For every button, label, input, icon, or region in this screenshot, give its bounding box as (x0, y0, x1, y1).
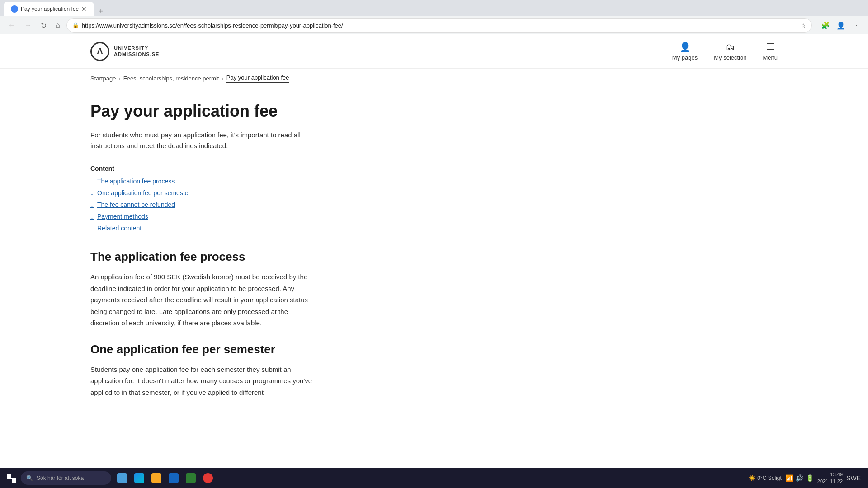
arrow-down-icon-3: ↓ (90, 201, 94, 208)
toc-link-one-fee-label: One application fee per semester (97, 189, 190, 197)
toc-link-fee-process-label: The application fee process (97, 178, 175, 185)
section-text-fee-process: An application fee of 900 SEK (Swedish k… (90, 271, 316, 329)
breadcrumb: Startpage › Fees, scholarships, residenc… (0, 69, 868, 88)
star-icon[interactable]: ☆ (801, 22, 806, 29)
lock-icon: 🔒 (72, 22, 79, 28)
table-of-contents: ↓ The application fee process ↓ One appl… (90, 178, 316, 232)
page-title: Pay your application fee (90, 102, 316, 121)
toc-link-related-content-label: Related content (97, 225, 142, 232)
header-nav: 👤 My pages 🗂 My selection ☰ Menu (672, 42, 778, 61)
tab-favicon (11, 5, 18, 13)
page-wrapper: A UNIVERSITY ADMISSIONS.SE 👤 My pages 🗂 … (0, 34, 868, 441)
content-label: Content (90, 165, 316, 172)
toc-link-no-refund[interactable]: ↓ The fee cannot be refunded (90, 201, 316, 208)
toc-link-no-refund-label: The fee cannot be refunded (97, 201, 175, 208)
toc-link-one-fee[interactable]: ↓ One application fee per semester (90, 189, 316, 197)
reload-button[interactable]: ↻ (38, 19, 49, 32)
section-heading-one-fee: One application fee per semester (90, 343, 316, 357)
menu-icon: ☰ (766, 42, 774, 52)
browser-actions: 🧩 👤 ⋮ (819, 19, 863, 32)
my-pages-label: My pages (672, 54, 698, 61)
breadcrumb-startpage[interactable]: Startpage (90, 75, 116, 82)
breadcrumb-sep-1: › (118, 75, 120, 82)
extensions-button[interactable]: 🧩 (819, 19, 832, 32)
breadcrumb-fees[interactable]: Fees, scholarships, residence permit (123, 75, 219, 82)
logo-text: UNIVERSITY ADMISSIONS.SE (114, 45, 159, 57)
toc-link-payment-methods[interactable]: ↓ Payment methods (90, 213, 316, 220)
arrow-down-icon-4: ↓ (90, 213, 94, 220)
new-tab-button[interactable]: + (96, 7, 106, 16)
toc-link-payment-methods-label: Payment methods (97, 213, 148, 220)
menu-nav[interactable]: ☰ Menu (763, 42, 778, 61)
tab-bar: Pay your application fee ✕ + (0, 0, 868, 16)
logo-area[interactable]: A UNIVERSITY ADMISSIONS.SE (90, 42, 159, 61)
arrow-down-icon-2: ↓ (90, 189, 94, 197)
toc-link-related-content[interactable]: ↓ Related content (90, 225, 316, 232)
my-pages-nav[interactable]: 👤 My pages (672, 42, 698, 61)
home-button[interactable]: ⌂ (53, 19, 63, 31)
my-selection-nav[interactable]: 🗂 My selection (714, 42, 746, 61)
logo-icon: A (90, 42, 109, 61)
my-selection-icon: 🗂 (726, 42, 735, 52)
section-text-one-fee: Students pay one application fee for eac… (90, 364, 316, 399)
active-tab[interactable]: Pay your application fee ✕ (4, 2, 94, 16)
forward-button[interactable]: → (22, 19, 34, 31)
address-bar-row: ← → ↻ ⌂ 🔒 https://www.universityadmissio… (0, 16, 868, 34)
section-heading-fee-process: The application fee process (90, 250, 316, 264)
breadcrumb-current: Pay your application fee (226, 74, 289, 83)
back-button[interactable]: ← (5, 19, 18, 31)
breadcrumb-sep-2: › (222, 75, 223, 82)
url-text: https://www.universityadmissions.se/en/f… (82, 22, 798, 29)
tab-title: Pay your application fee (21, 6, 79, 12)
profile-button[interactable]: 👤 (835, 19, 847, 32)
tab-close-button[interactable]: ✕ (81, 5, 87, 13)
page-intro: For students who must pay an application… (90, 130, 316, 151)
arrow-down-icon-5: ↓ (90, 225, 94, 232)
my-pages-icon: 👤 (679, 42, 691, 52)
main-content: Pay your application fee For students wh… (0, 88, 407, 425)
more-button[interactable]: ⋮ (850, 19, 863, 32)
menu-label: Menu (763, 54, 778, 61)
my-selection-label: My selection (714, 54, 746, 61)
toc-link-fee-process[interactable]: ↓ The application fee process (90, 178, 316, 185)
arrow-down-icon-1: ↓ (90, 178, 94, 185)
site-header: A UNIVERSITY ADMISSIONS.SE 👤 My pages 🗂 … (0, 34, 868, 69)
address-bar[interactable]: 🔒 https://www.universityadmissions.se/en… (66, 18, 812, 33)
